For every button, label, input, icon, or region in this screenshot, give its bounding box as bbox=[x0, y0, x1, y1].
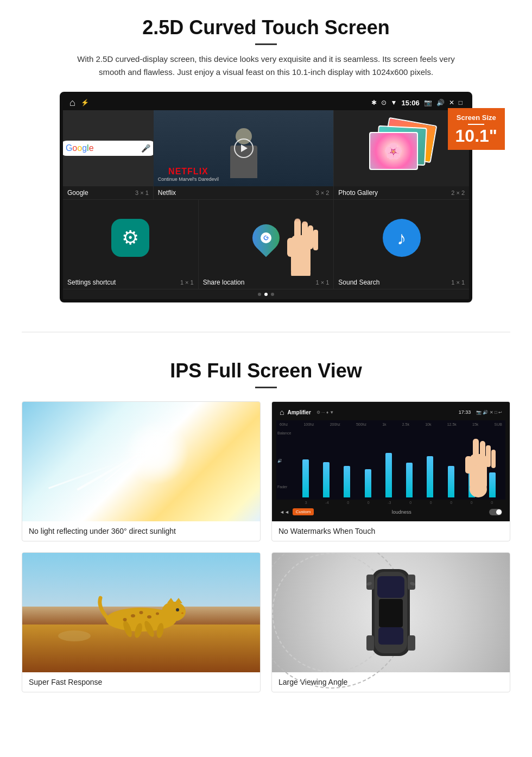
netflix-thumb: NETFLIX Continue Marvel's Daredevil bbox=[154, 110, 334, 186]
hand-eq-overlay bbox=[457, 427, 500, 500]
svg-rect-13 bbox=[486, 445, 491, 467]
volume-icon[interactable]: 🔊 bbox=[436, 99, 445, 106]
google-grid-size: 3 × 1 bbox=[135, 190, 149, 196]
svg-rect-38 bbox=[366, 635, 374, 651]
home-icon[interactable]: ⌂ bbox=[69, 97, 75, 109]
svg-rect-39 bbox=[408, 635, 415, 651]
amp-toggle-knob bbox=[496, 509, 502, 515]
bar-wrap-4 bbox=[358, 469, 377, 497]
db-label-6: 0 bbox=[409, 501, 411, 504]
play-button[interactable] bbox=[234, 138, 254, 158]
google-label: Google bbox=[67, 189, 88, 197]
badge-divider bbox=[468, 124, 484, 125]
eq-bar-5 bbox=[385, 453, 392, 497]
svg-rect-15 bbox=[465, 456, 472, 474]
gear-icon: ⚙ bbox=[122, 226, 139, 249]
pointing-hand bbox=[268, 203, 333, 276]
db-label-9: 0 bbox=[471, 501, 473, 504]
amp-title: Amplifier bbox=[287, 409, 311, 415]
label-balance: Balance bbox=[277, 431, 291, 435]
amplifier-image: ⌂ Amplifier ⚙ ··· ♦ ▼ 17:33 📷 🔊 ✕ □ ↩ 60… bbox=[272, 402, 510, 521]
wifi-icon: ▼ bbox=[391, 99, 397, 106]
settings-cell[interactable]: ⚙ Settings shortcut 1 × 1 bbox=[63, 200, 199, 289]
db-label-3: 0 bbox=[347, 501, 349, 504]
svg-rect-34 bbox=[378, 627, 403, 645]
netflix-grid-size: 3 × 2 bbox=[316, 190, 330, 196]
sunlight-image bbox=[22, 402, 260, 521]
settings-thumb: ⚙ bbox=[63, 200, 198, 276]
svg-rect-11 bbox=[473, 439, 479, 466]
sound-cell[interactable]: ♪ Sound Search 1 × 1 bbox=[334, 200, 469, 289]
title-divider bbox=[255, 43, 277, 45]
svg-marker-18 bbox=[167, 598, 175, 603]
amp-toggle[interactable] bbox=[489, 509, 502, 515]
dot-1[interactable] bbox=[258, 293, 261, 296]
status-right: ✱ ⊙ ▼ 15:06 📷 🔊 ✕ □ bbox=[371, 99, 463, 107]
sun-glow bbox=[124, 420, 189, 485]
gallery-label: Photo Gallery bbox=[338, 189, 378, 197]
feature-grid: No light reflecting under 360° direct su… bbox=[22, 401, 510, 692]
app-grid-row-2: ⚙ Settings shortcut 1 × 1 bbox=[63, 200, 469, 289]
freq-12.5k: 12.5k bbox=[447, 422, 457, 426]
netflix-cell[interactable]: NETFLIX Continue Marvel's Daredevil Netf… bbox=[154, 110, 334, 199]
ips-section: IPS Full Screen View No light reflecting… bbox=[0, 349, 532, 709]
db-label-4: 0 bbox=[368, 501, 370, 504]
freq-1k: 1k bbox=[382, 422, 386, 426]
db-label-8: 0 bbox=[450, 501, 452, 504]
feature-cheetah: Super Fast Response bbox=[22, 552, 261, 692]
eq-bar-8 bbox=[448, 466, 454, 497]
amp-time: 17:33 bbox=[459, 409, 471, 415]
netflix-label-row: Netflix 3 × 2 bbox=[154, 186, 334, 199]
status-time: 15:06 bbox=[402, 99, 420, 107]
status-bar: ⌂ ⚡ ✱ ⊙ ▼ 15:06 📷 🔊 ✕ □ bbox=[63, 95, 469, 110]
eq-bar-1 bbox=[302, 459, 309, 497]
svg-point-8 bbox=[302, 222, 307, 224]
bluetooth-icon: ✱ bbox=[371, 99, 377, 106]
share-cell[interactable]: G bbox=[199, 200, 334, 289]
freq-15k: 15k bbox=[472, 422, 478, 426]
db-label-7: 0 bbox=[430, 501, 432, 504]
camera-icon[interactable]: 📷 bbox=[424, 99, 432, 106]
freq-2.5k: 2.5k bbox=[402, 422, 409, 426]
sound-label: Sound Search bbox=[338, 279, 379, 286]
svg-rect-35 bbox=[379, 599, 403, 627]
dot-3[interactable] bbox=[271, 293, 274, 296]
amp-icons: ⚙ ··· ♦ ▼ bbox=[316, 410, 334, 415]
freq-sub: SUB bbox=[494, 422, 502, 426]
label-fader: Fader bbox=[277, 485, 291, 489]
google-cell[interactable]: Google 🎤 Google 3 × 1 bbox=[63, 110, 154, 199]
eq-bar-4 bbox=[365, 469, 371, 497]
amp-prev-icon[interactable]: ◄◄ bbox=[280, 509, 289, 515]
sound-thumb: ♪ bbox=[334, 200, 469, 276]
device-screen: ⌂ ⚡ ✱ ⊙ ▼ 15:06 📷 🔊 ✕ □ bbox=[60, 92, 472, 302]
close-icon[interactable]: ✕ bbox=[449, 99, 454, 106]
freq-100: 100hz bbox=[303, 422, 314, 426]
dot-2[interactable] bbox=[264, 293, 268, 296]
bar-wrap-2 bbox=[316, 462, 335, 497]
cheetah-svg bbox=[87, 595, 195, 639]
share-thumb: G bbox=[199, 200, 334, 276]
freq-10k: 10k bbox=[425, 422, 431, 426]
share-label-row: Share location 1 × 1 bbox=[199, 276, 334, 289]
bar-wrap-6 bbox=[400, 463, 419, 497]
netflix-label: Netflix bbox=[158, 189, 176, 197]
curved-touch-section: 2.5D Curved Touch Screen With 2.5D curve… bbox=[0, 0, 532, 316]
netflix-logo: NETFLIX bbox=[158, 167, 219, 176]
badge-size: 10.1" bbox=[455, 127, 497, 144]
svg-point-27 bbox=[140, 611, 143, 614]
flower-image: 🌸 bbox=[370, 133, 417, 169]
svg-marker-19 bbox=[175, 598, 182, 603]
car-image bbox=[272, 553, 510, 672]
amp-custom-btn[interactable]: Custom bbox=[293, 508, 314, 515]
bar-wrap-7 bbox=[421, 456, 440, 497]
section-divider bbox=[22, 332, 510, 332]
google-mic-icon[interactable]: 🎤 bbox=[141, 144, 150, 153]
eq-area: 60hz 100hz 200hz 500hz 1k 2.5k 10k 12.5k… bbox=[276, 420, 505, 500]
svg-point-29 bbox=[156, 613, 159, 615]
play-triangle-icon bbox=[241, 144, 248, 152]
minimize-icon[interactable]: □ bbox=[459, 99, 463, 106]
section2-title: IPS Full Screen View bbox=[22, 359, 510, 382]
svg-point-26 bbox=[131, 614, 135, 617]
pagination-dots bbox=[63, 289, 469, 299]
google-search-bar[interactable]: Google 🎤 bbox=[63, 141, 153, 156]
